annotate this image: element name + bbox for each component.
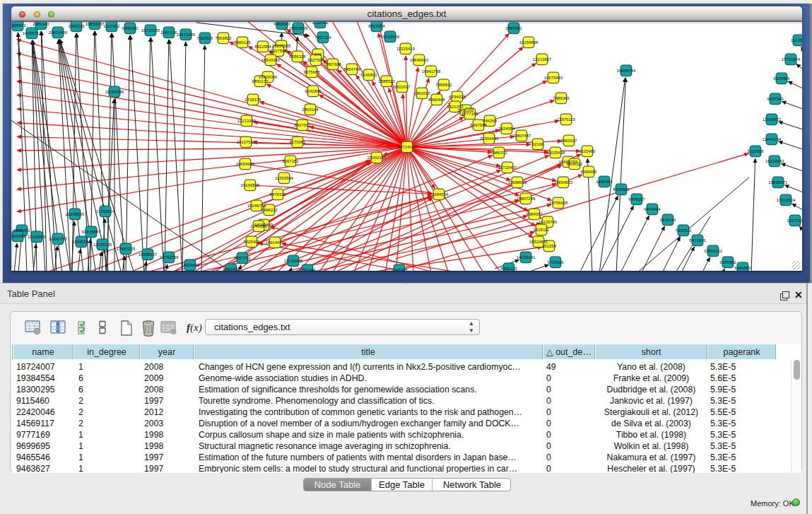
- svg-text:8186328: 8186328: [289, 54, 306, 59]
- svg-text:6794028: 6794028: [449, 95, 466, 99]
- svg-text:12505135: 12505135: [93, 243, 112, 247]
- svg-text:2718176: 2718176: [245, 98, 261, 102]
- svg-text:12093872: 12093872: [763, 117, 782, 122]
- svg-text:16961758: 16961758: [422, 69, 441, 74]
- svg-text:9457791: 9457791: [234, 256, 251, 260]
- svg-text:9240562: 9240562: [734, 266, 751, 270]
- svg-text:3215958: 3215958: [747, 149, 764, 153]
- svg-text:2803144: 2803144: [302, 107, 319, 112]
- svg-text:9227349: 9227349: [767, 97, 784, 101]
- svg-text:3675685: 3675685: [303, 70, 320, 74]
- svg-text:8912954: 8912954: [254, 45, 271, 49]
- svg-text:8813054: 8813054: [368, 24, 385, 28]
- svg-text:10719155: 10719155: [141, 28, 160, 33]
- svg-text:9498222: 9498222: [261, 208, 278, 212]
- svg-text:12923445: 12923445: [181, 263, 200, 267]
- svg-text:11156829: 11156829: [28, 235, 46, 239]
- svg-text:19384554: 19384554: [430, 192, 449, 197]
- svg-text:9463627: 9463627: [560, 139, 577, 143]
- svg-text:10973493: 10973493: [544, 76, 563, 80]
- svg-text:7986372: 7986372: [490, 151, 507, 155]
- svg-text:1240993: 1240993: [250, 224, 267, 228]
- svg-text:16914479: 16914479: [266, 240, 285, 245]
- svg-text:9115460: 9115460: [579, 149, 596, 153]
- svg-text:17957225: 17957225: [117, 247, 136, 251]
- svg-text:15720407: 15720407: [498, 165, 517, 170]
- svg-text:1112871: 1112871: [791, 38, 802, 42]
- svg-text:14136141: 14136141: [517, 255, 536, 259]
- svg-text:9327505: 9327505: [270, 49, 287, 53]
- svg-text:15751074: 15751074: [782, 57, 801, 62]
- svg-text:11345194: 11345194: [72, 240, 91, 244]
- svg-text:19654985: 19654985: [236, 162, 255, 166]
- svg-text:8471676: 8471676: [689, 238, 706, 243]
- svg-text:18640910: 18640910: [410, 58, 429, 62]
- svg-text:10807487: 10807487: [512, 134, 531, 138]
- svg-text:9604112: 9604112: [567, 162, 584, 166]
- svg-text:20206536: 20206536: [66, 212, 85, 216]
- svg-text:1167531: 1167531: [787, 218, 802, 223]
- svg-text:7485063: 7485063: [553, 96, 570, 100]
- svg-text:20053346: 20053346: [105, 90, 124, 94]
- svg-text:9146821: 9146821: [360, 73, 377, 77]
- svg-text:9245652: 9245652: [719, 260, 736, 264]
- svg-text:20691406: 20691406: [49, 30, 68, 35]
- svg-text:9835061: 9835061: [13, 228, 30, 233]
- svg-text:6479197: 6479197: [628, 197, 645, 201]
- svg-text:1615112: 1615112: [534, 228, 551, 232]
- svg-text:7625402: 7625402: [243, 240, 260, 244]
- svg-text:2887682: 2887682: [505, 26, 522, 30]
- svg-text:16782759: 16782759: [160, 255, 179, 259]
- svg-text:7955812: 7955812: [435, 83, 452, 87]
- svg-text:9327506: 9327506: [307, 58, 324, 62]
- svg-text:9129966: 9129966: [773, 76, 790, 81]
- svg-text:12444194: 12444194: [763, 137, 782, 141]
- svg-text:15692971: 15692971: [769, 180, 788, 185]
- svg-text:10688609: 10688609: [508, 180, 527, 185]
- svg-text:17016504: 17016504: [777, 198, 796, 202]
- svg-text:1362615: 1362615: [413, 91, 430, 95]
- svg-text:9242845: 9242845: [305, 89, 322, 93]
- svg-text:19756928: 19756928: [549, 201, 568, 205]
- svg-text:19218506: 19218506: [381, 35, 400, 39]
- svg-text:9084067: 9084067: [526, 212, 543, 216]
- svg-text:2069140: 2069140: [33, 22, 49, 26]
- svg-text:8267150: 8267150: [282, 159, 299, 163]
- svg-text:8454749: 8454749: [343, 67, 360, 71]
- svg-text:6497568: 6497568: [470, 123, 487, 127]
- svg-text:9474444: 9474444: [644, 207, 661, 211]
- svg-text:546: 546: [314, 52, 322, 57]
- svg-text:9699695: 9699695: [580, 170, 597, 174]
- svg-text:16543382: 16543382: [261, 58, 281, 62]
- svg-text:1733426: 1733426: [547, 260, 564, 264]
- svg-text:8938923: 8938923: [613, 187, 630, 192]
- svg-text:6466160: 6466160: [122, 26, 139, 30]
- svg-text:11353594: 11353594: [275, 176, 294, 180]
- svg-text:3915412: 3915412: [11, 234, 26, 238]
- svg-text:15716485: 15716485: [284, 259, 303, 263]
- svg-text:8878332: 8878332: [269, 192, 286, 197]
- svg-text:12213967: 12213967: [533, 57, 552, 62]
- svg-text:8427552: 8427552: [294, 123, 311, 127]
- svg-text:16107553: 16107553: [237, 140, 256, 144]
- svg-text:8990448: 8990448: [428, 98, 445, 102]
- svg-text:9890177: 9890177: [252, 79, 269, 83]
- svg-text:11325419: 11325419: [396, 47, 416, 51]
- svg-text:12213369: 12213369: [237, 119, 257, 123]
- svg-text:10671365: 10671365: [177, 33, 196, 37]
- svg-text:7515526: 7515526: [196, 36, 213, 40]
- svg-text:16210643: 16210643: [765, 159, 784, 163]
- svg-text:1527602: 1527602: [103, 24, 120, 28]
- svg-text:252254: 252254: [542, 244, 557, 248]
- svg-text:10958107: 10958107: [139, 252, 158, 257]
- svg-text:19654923: 19654923: [554, 180, 573, 185]
- svg-text:1132541: 1132541: [312, 22, 329, 25]
- svg-text:17359924: 17359924: [96, 209, 115, 214]
- svg-text:10025438: 10025438: [546, 151, 565, 155]
- svg-text:1905571: 1905571: [11, 23, 26, 28]
- svg-text:3624554: 3624554: [498, 127, 515, 131]
- svg-text:2935114: 2935114: [660, 218, 677, 222]
- svg-text:10654112: 10654112: [704, 249, 723, 253]
- svg-text:62160: 62160: [532, 142, 544, 146]
- svg-text:23002155: 23002155: [367, 156, 387, 160]
